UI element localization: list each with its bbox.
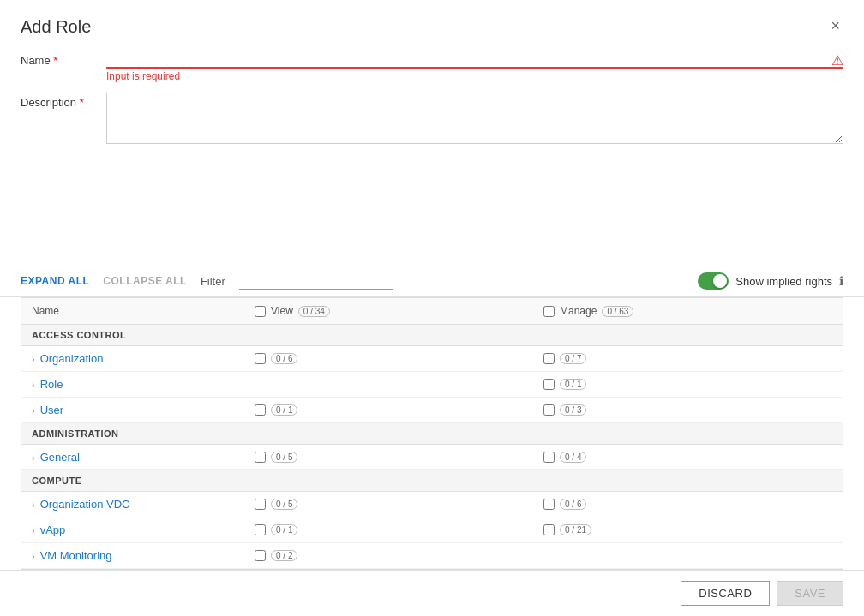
row-view-checkbox[interactable] — [255, 499, 266, 510]
row-name-cell: ›User — [32, 404, 255, 416]
row-view-cell: 0 / 1 — [255, 524, 543, 535]
row-view-checkbox[interactable] — [255, 452, 266, 463]
view-all-checkbox[interactable] — [255, 306, 266, 317]
expand-row-chevron[interactable]: › — [32, 525, 35, 535]
row-view-badge: 0 / 6 — [271, 353, 297, 364]
col-manage-label: Manage — [560, 305, 597, 317]
discard-button[interactable]: DISCARD — [681, 581, 770, 606]
row-manage-cell: 0 / 3 — [543, 404, 832, 416]
name-control-wrap: ⚠ Input is required — [106, 51, 843, 82]
row-view-cell: 0 / 6 — [255, 353, 543, 364]
table-row: ›User0 / 10 / 3 — [21, 398, 843, 423]
table-row: ›Role0 / 1 — [21, 372, 843, 398]
expand-all-button[interactable]: EXPAND ALL — [21, 275, 89, 287]
row-label: VM Monitoring — [40, 549, 112, 562]
dialog-body: Name * ⚠ Input is required Description * — [0, 37, 864, 266]
save-button[interactable]: SAVE — [777, 581, 843, 606]
show-implied-label: Show implied rights — [735, 275, 832, 288]
filter-label: Filter — [201, 275, 225, 288]
row-view-badge: 0 / 1 — [271, 404, 297, 416]
expand-row-chevron[interactable]: › — [32, 354, 35, 364]
section-header-administration: ADMINISTRATION — [21, 423, 843, 445]
name-error-message: Input is required — [106, 70, 843, 82]
description-control-wrap — [106, 93, 843, 147]
row-view-cell: 0 / 2 — [255, 550, 543, 561]
name-label: Name * — [21, 51, 106, 67]
section-header-compute: COMPUTE — [21, 470, 843, 492]
dialog-header: Add Role × — [0, 0, 864, 37]
row-manage-cell: 0 / 1 — [543, 379, 832, 390]
expand-row-chevron[interactable]: › — [32, 405, 35, 416]
col-name-label: Name — [32, 305, 59, 317]
row-label: vApp — [40, 523, 66, 536]
table-row: ›Organization0 / 60 / 7 — [21, 346, 843, 372]
row-name-cell: ›vApp — [32, 523, 255, 536]
expand-row-chevron[interactable]: › — [32, 499, 35, 510]
row-view-checkbox[interactable] — [255, 353, 266, 364]
expand-row-chevron[interactable]: › — [32, 452, 35, 463]
table-row: ›VM Monitoring0 / 2 — [21, 543, 843, 569]
row-name-cell: ›Organization — [32, 352, 255, 365]
manage-all-checkbox[interactable] — [543, 306, 555, 317]
row-name-cell: ›Role — [32, 378, 255, 391]
show-implied-toggle[interactable] — [698, 272, 729, 290]
row-view-badge: 0 / 2 — [271, 550, 297, 561]
row-view-cell: 0 / 5 — [255, 499, 543, 510]
row-manage-badge: 0 / 1 — [560, 379, 586, 390]
expand-row-chevron[interactable]: › — [32, 380, 35, 390]
row-manage-checkbox[interactable] — [543, 379, 555, 390]
row-view-checkbox[interactable] — [255, 404, 266, 416]
name-input-wrap: ⚠ — [106, 51, 843, 69]
toolbar: EXPAND ALL COLLAPSE ALL Filter Show impl… — [0, 266, 864, 297]
row-manage-cell: 0 / 4 — [543, 452, 832, 463]
error-icon: ⚠ — [831, 52, 843, 69]
row-manage-checkbox[interactable] — [543, 452, 555, 463]
row-manage-badge: 0 / 4 — [560, 452, 586, 463]
row-view-badge: 0 / 5 — [271, 452, 297, 463]
name-row: Name * ⚠ Input is required — [21, 51, 843, 82]
row-label: User — [40, 404, 63, 416]
col-view-header: View 0 / 34 — [255, 305, 543, 317]
row-view-cell: 0 / 5 — [255, 452, 543, 463]
manage-badge: 0 / 63 — [602, 306, 633, 317]
table-row: ›Organization VDC0 / 50 / 6 — [21, 492, 843, 517]
row-manage-checkbox[interactable] — [543, 499, 555, 510]
row-name-cell: ›Organization VDC — [32, 498, 255, 511]
col-view-label: View — [271, 305, 293, 317]
row-view-badge: 0 / 5 — [271, 499, 297, 510]
row-label: Role — [40, 378, 63, 391]
row-manage-checkbox[interactable] — [543, 404, 555, 416]
row-name-cell: ›General — [32, 451, 255, 463]
dialog-footer: DISCARD SAVE — [0, 570, 864, 616]
row-view-cell: 0 / 1 — [255, 404, 543, 416]
row-manage-badge: 0 / 21 — [560, 524, 591, 535]
permissions-table: Name View 0 / 34 Manage 0 / 63 ACCESS CO… — [21, 297, 843, 570]
description-label: Description * — [21, 93, 106, 109]
row-view-checkbox[interactable] — [255, 550, 266, 561]
row-manage-badge: 0 / 7 — [560, 353, 586, 364]
section-header-access-control: ACCESS CONTROL — [21, 325, 843, 346]
table-row: ›General0 / 50 / 4 — [21, 445, 843, 470]
row-label: General — [40, 451, 80, 463]
row-label: Organization — [40, 352, 104, 365]
collapse-all-button[interactable]: COLLAPSE ALL — [103, 275, 187, 287]
description-row: Description * — [21, 93, 843, 147]
info-icon[interactable]: ℹ — [839, 274, 843, 288]
expand-row-chevron[interactable]: › — [32, 551, 35, 561]
name-input[interactable] — [106, 51, 843, 69]
sections-container: ACCESS CONTROL›Organization0 / 60 / 7›Ro… — [21, 325, 843, 569]
toggle-knob — [713, 274, 727, 288]
row-manage-badge: 0 / 6 — [560, 499, 586, 510]
row-manage-checkbox[interactable] — [543, 524, 555, 535]
filter-input[interactable] — [239, 272, 393, 290]
view-badge: 0 / 34 — [298, 306, 330, 317]
row-label: Organization VDC — [40, 498, 130, 511]
close-button[interactable]: × — [827, 17, 843, 35]
show-implied-rights-section: Show implied rights ℹ — [698, 272, 843, 290]
row-view-checkbox[interactable] — [255, 524, 266, 535]
description-input[interactable] — [106, 93, 843, 144]
dialog-title: Add Role — [21, 17, 91, 37]
row-manage-cell: 0 / 7 — [543, 353, 832, 364]
add-role-dialog: Add Role × Name * ⚠ Input is required De… — [0, 0, 864, 616]
row-manage-checkbox[interactable] — [543, 353, 555, 364]
